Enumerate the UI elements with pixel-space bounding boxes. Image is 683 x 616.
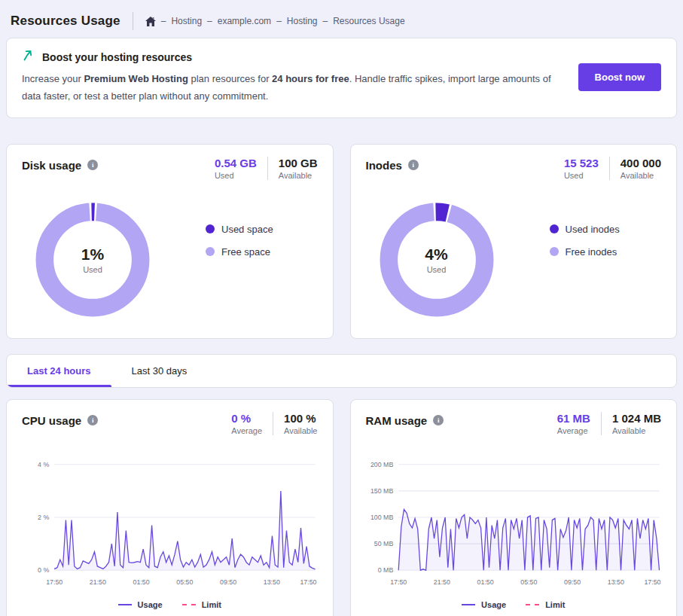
svg-text:150 MB: 150 MB (370, 486, 392, 494)
usage-line-swatch (462, 604, 475, 605)
cpu-usage-card: CPU usage i 0 % Average 100 % Available … (6, 399, 334, 616)
ram-line-chart: 0 MB50 MB100 MB150 MB200 MB17:5021:5001:… (366, 456, 662, 588)
legend-used-inodes: Used inodes (550, 224, 620, 235)
ram-available-stat: 1 024 MB Available (612, 412, 661, 435)
breadcrumb-item-domain[interactable]: example.com (218, 16, 271, 26)
info-icon[interactable]: i (87, 415, 98, 425)
stat-divider (273, 412, 273, 435)
boost-banner-title: Boost your hosting resources (42, 51, 192, 63)
disk-used-stat: 0.54 GB Used (215, 157, 257, 180)
svg-text:17:50: 17:50 (300, 578, 316, 585)
svg-text:13:50: 13:50 (607, 578, 624, 585)
legend-free-inodes: Free inodes (550, 246, 620, 258)
cpu-available-stat: 100 % Available (284, 412, 317, 435)
disk-usage-card: Disk usage i 0.54 GB Used 100 GB Availab… (6, 144, 334, 339)
svg-text:13:50: 13:50 (264, 578, 280, 585)
ram-chart-legend: Usage Limit (366, 600, 662, 609)
inodes-legend: Used inodes Free inodes (550, 224, 620, 258)
svg-text:09:50: 09:50 (220, 578, 236, 585)
cpu-chart-legend: Usage Limit (22, 600, 318, 609)
svg-text:01:50: 01:50 (477, 578, 493, 585)
svg-text:09:50: 09:50 (564, 578, 581, 585)
svg-text:05:50: 05:50 (176, 578, 193, 585)
svg-text:2 %: 2 % (38, 513, 49, 520)
svg-text:17:50: 17:50 (46, 578, 63, 585)
inodes-card: Inodes i 15 523 Used 400 000 Available (350, 144, 678, 339)
donut-cards-row: Disk usage i 0.54 GB Used 100 GB Availab… (6, 144, 677, 339)
info-icon[interactable]: i (408, 160, 419, 170)
info-icon[interactable]: i (87, 160, 98, 170)
svg-text:17:50: 17:50 (644, 578, 660, 585)
line-chart-row: CPU usage i 0 % Average 100 % Available … (6, 388, 677, 616)
breadcrumb-separator: – (207, 16, 212, 26)
cpu-usage-title: CPU usage (22, 414, 81, 427)
ram-average-stat: 61 MB Average (557, 412, 590, 435)
svg-text:4 %: 4 % (38, 460, 49, 468)
disk-legend: Used space Free space (206, 224, 273, 258)
free-inodes-dot (550, 247, 559, 256)
cpu-average-stat: 0 % Average (231, 412, 262, 435)
stat-divider (609, 157, 610, 180)
limit-line-swatch (182, 604, 196, 605)
disk-usage-title: Disk usage (22, 159, 81, 172)
breadcrumb-separator: – (323, 16, 328, 26)
svg-text:01:50: 01:50 (133, 578, 150, 585)
breadcrumb-item-hosting-2[interactable]: Hosting (287, 16, 318, 26)
usage-line-swatch (118, 604, 132, 605)
limit-line-swatch (526, 604, 539, 605)
legend-free-space: Free space (206, 246, 273, 258)
svg-text:05:50: 05:50 (520, 578, 537, 585)
used-space-dot (206, 224, 215, 233)
svg-text:200 MB: 200 MB (370, 460, 392, 468)
info-icon[interactable]: i (433, 415, 444, 425)
legend-used-space: Used space (206, 224, 273, 235)
active-tab-underline (7, 385, 111, 387)
svg-text:50 MB: 50 MB (374, 539, 392, 547)
page-title: Resources Usage (11, 14, 120, 29)
disk-percent-value: 1% (81, 245, 104, 264)
home-icon[interactable] (145, 17, 156, 26)
stat-divider (267, 157, 268, 180)
breadcrumb-separator: – (161, 16, 166, 26)
used-inodes-dot (550, 224, 559, 233)
cpu-line-chart: 0 %2 %4 %17:5021:5001:5005:5009:5013:501… (22, 456, 318, 588)
inodes-percent-label: Used (427, 265, 447, 274)
stat-divider (601, 412, 602, 435)
legend-usage: Usage (118, 600, 163, 609)
disk-donut-chart: 1% Used (29, 197, 156, 323)
period-tabs: Last 24 hours Last 30 days (6, 354, 677, 388)
svg-text:21:50: 21:50 (90, 578, 106, 585)
svg-text:17:50: 17:50 (390, 578, 407, 585)
disk-available-stat: 100 GB Available (279, 157, 318, 180)
inodes-title: Inodes (366, 159, 402, 172)
svg-text:21:50: 21:50 (433, 578, 450, 585)
tab-last-24-hours[interactable]: Last 24 hours (7, 355, 111, 387)
inodes-percent-value: 4% (425, 245, 447, 264)
inodes-donut-chart: 4% Used (374, 197, 500, 323)
boost-banner-description: Increase your Premium Web Hosting plan r… (22, 71, 563, 105)
header-divider (133, 12, 133, 30)
arrow-up-icon (22, 49, 35, 65)
svg-text:0 MB: 0 MB (377, 566, 393, 574)
ram-usage-title: RAM usage (366, 414, 428, 427)
resources-usage-page: Resources Usage – Hosting – example.com … (0, 0, 683, 616)
breadcrumb-item-current: Resources Usage (333, 16, 404, 26)
legend-limit: Limit (526, 600, 565, 609)
tab-last-30-days[interactable]: Last 30 days (111, 355, 208, 387)
svg-text:0 %: 0 % (38, 566, 49, 574)
legend-limit: Limit (182, 600, 221, 609)
legend-usage: Usage (462, 600, 506, 609)
boost-banner-content: Boost your hosting resources Increase yo… (22, 49, 563, 105)
ram-usage-card: RAM usage i 61 MB Average 1 024 MB Avail… (350, 399, 678, 616)
free-space-dot (206, 247, 215, 256)
boost-now-button[interactable]: Boost now (578, 63, 661, 91)
inodes-available-stat: 400 000 Available (620, 157, 661, 180)
svg-text:100 MB: 100 MB (370, 513, 392, 520)
breadcrumb-separator: – (276, 16, 282, 26)
boost-banner: Boost your hosting resources Increase yo… (6, 38, 677, 118)
inodes-used-stat: 15 523 Used (564, 157, 599, 180)
breadcrumb: – Hosting – example.com – Hosting – Reso… (145, 16, 405, 26)
disk-percent-label: Used (83, 265, 102, 274)
page-header: Resources Usage – Hosting – example.com … (6, 6, 677, 36)
breadcrumb-item-hosting[interactable]: Hosting (171, 16, 202, 26)
